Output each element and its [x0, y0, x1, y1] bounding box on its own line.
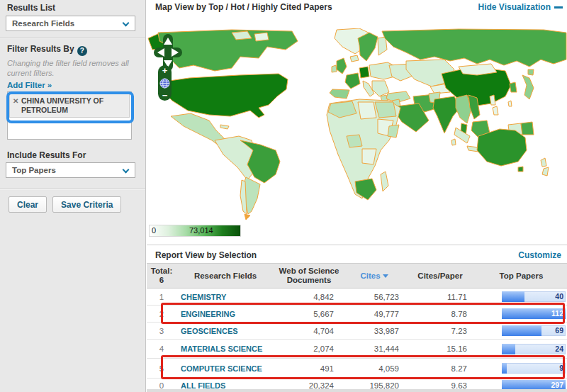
- map-country-arctic2[interactable]: [254, 33, 269, 41]
- column-header-cites-per-paper[interactable]: Cites/Paper: [405, 271, 476, 281]
- row-rank: 3: [147, 327, 176, 335]
- map-country-germany[interactable]: [359, 67, 369, 78]
- results-list-select[interactable]: Research Fields: [6, 16, 135, 31]
- map-country-australia[interactable]: [477, 129, 527, 166]
- column-header-top-papers[interactable]: Top Papers: [476, 271, 567, 281]
- column-header-wos-documents[interactable]: Web of Science Documents: [274, 267, 344, 285]
- row-rank: 5: [147, 364, 176, 373]
- customize-link[interactable]: Customize: [518, 250, 561, 260]
- include-results-select[interactable]: Top Papers: [6, 162, 135, 178]
- research-field-link[interactable]: ALL FIELDS: [176, 381, 274, 390]
- table-footer-strip: [147, 389, 567, 392]
- map-zoom-control: + −: [158, 65, 172, 101]
- map-country-philippines2[interactable]: [493, 106, 498, 115]
- top-papers-cell: 24: [476, 344, 567, 354]
- research-field-link[interactable]: MATERIALS SCIENCE: [176, 345, 274, 353]
- legend-min-value: 0: [152, 226, 156, 235]
- world-map-area: + − 0 73,014: [147, 14, 567, 245]
- top-papers-bar: 112: [502, 308, 566, 319]
- map-country-ireland[interactable]: [332, 65, 337, 72]
- choropleth-world-map[interactable]: [147, 28, 567, 223]
- top-papers-value: 112: [551, 309, 563, 318]
- sidebar: Results List Research Fields Filter Resu…: [0, 0, 146, 392]
- research-field-link[interactable]: CHEMISTRY: [176, 293, 274, 301]
- top-papers-cell: 40: [476, 291, 567, 302]
- map-country-iceland[interactable]: [350, 55, 359, 62]
- hide-visualization-link[interactable]: Hide Visualization: [478, 2, 563, 12]
- map-country-cuba[interactable]: [220, 125, 229, 129]
- map-country-madagascar[interactable]: [381, 172, 388, 191]
- map-country-philippines1[interactable]: [490, 95, 495, 105]
- map-country-chile[interactable]: [240, 180, 247, 214]
- column-header-research-fields[interactable]: Research Fields: [176, 271, 274, 281]
- research-field-link[interactable]: COMPUTER SCIENCE: [176, 364, 274, 373]
- map-country-libya[interactable]: [358, 102, 376, 119]
- include-results-selected: Top Papers: [12, 166, 56, 174]
- table-row: 4MATERIALS SCIENCE2,07431,44415.1624: [147, 340, 567, 359]
- map-country-scandinavia[interactable]: [358, 33, 378, 61]
- map-country-sa_tip[interactable]: [245, 214, 250, 220]
- map-country-taiwan[interactable]: [508, 101, 512, 106]
- research-field-link[interactable]: GEOSCIENCES: [176, 327, 274, 335]
- add-filter-link[interactable]: Add Filter »: [7, 81, 52, 89]
- map-country-korea[interactable]: [510, 82, 517, 92]
- map-country-tasmania[interactable]: [518, 167, 523, 172]
- map-country-usa[interactable]: [159, 74, 288, 118]
- table-row: 3GEOSCIENCES4,70433,9877.2369: [147, 323, 567, 340]
- map-country-ethiopia[interactable]: [388, 125, 399, 138]
- map-country-nigeria[interactable]: [347, 135, 362, 147]
- results-list-selected: Research Fields: [12, 19, 74, 28]
- cites-per-paper-value: 8.27: [405, 364, 476, 373]
- cites-per-paper-value: 9.63: [405, 381, 476, 390]
- map-country-nz2[interactable]: [542, 167, 549, 176]
- zoom-out-button[interactable]: −: [162, 91, 168, 100]
- remove-filter-icon[interactable]: ✕: [13, 96, 18, 106]
- top-papers-bar: 40: [502, 291, 566, 302]
- map-country-finland[interactable]: [378, 37, 387, 55]
- cites-value: 31,444: [344, 345, 405, 353]
- cites-per-paper-value: 11.71: [405, 293, 476, 301]
- globe-icon[interactable]: [159, 78, 170, 89]
- map-country-drc[interactable]: [362, 149, 376, 164]
- map-country-mongolia[interactable]: [459, 64, 497, 75]
- clear-button[interactable]: Clear: [9, 196, 47, 213]
- cites-per-paper-value: 15.16: [405, 345, 476, 353]
- report-section: Report View by Selection Customize Total…: [147, 245, 567, 392]
- map-country-hokkaido[interactable]: [528, 69, 534, 75]
- include-results-label: Include Results For: [7, 150, 86, 160]
- sort-desc-icon: [383, 274, 388, 278]
- help-icon[interactable]: ?: [77, 46, 87, 56]
- chevron-down-icon: [123, 20, 130, 27]
- table-row: 5COMPUTER SCIENCE4914,0598.279: [147, 359, 567, 379]
- top-papers-value: 9: [559, 364, 563, 372]
- map-country-balkans[interactable]: [372, 81, 389, 96]
- wos-documents-value: 20,324: [274, 381, 344, 390]
- top-papers-value: 297: [551, 381, 563, 389]
- map-country-uk[interactable]: [337, 58, 347, 74]
- column-header-cites[interactable]: Cites: [344, 271, 405, 281]
- map-country-png[interactable]: [521, 122, 534, 135]
- zoom-in-button[interactable]: +: [162, 66, 168, 75]
- filter-list-box[interactable]: ✕ CHINA UNIVERSITY OF PETROLEUM: [7, 91, 132, 140]
- top-papers-bar: 9: [502, 363, 566, 374]
- map-country-france[interactable]: [345, 73, 360, 89]
- save-criteria-button[interactable]: Save Criteria: [52, 196, 121, 213]
- table-row: 2ENGINEERING5,66749,7778.78112: [147, 306, 567, 323]
- top-papers-bar: 24: [502, 344, 566, 354]
- map-country-spain[interactable]: [330, 89, 349, 99]
- map-country-japan[interactable]: [522, 75, 534, 99]
- map-country-nz1[interactable]: [541, 158, 546, 167]
- sidebar-divider: [0, 37, 145, 38]
- filter-tag-label: CHINA UNIVERSITY OF PETROLEUM: [21, 96, 103, 114]
- cites-per-paper-value: 8.78: [405, 310, 476, 318]
- research-field-link[interactable]: ENGINEERING: [176, 310, 274, 318]
- filter-tag[interactable]: ✕ CHINA UNIVERSITY OF PETROLEUM: [9, 94, 130, 118]
- top-papers-bar: 69: [502, 325, 566, 336]
- row-rank: 4: [147, 345, 176, 353]
- sidebar-divider: [0, 189, 145, 190]
- wos-documents-value: 491: [274, 364, 344, 373]
- map-country-srilanka[interactable]: [451, 139, 456, 145]
- minus-icon: [554, 6, 563, 9]
- map-country-south_africa[interactable]: [355, 179, 376, 200]
- results-list-label: Results List: [7, 3, 55, 13]
